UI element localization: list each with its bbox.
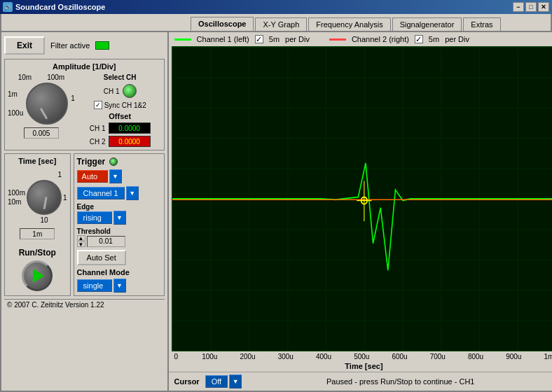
- trigger-title: Trigger: [77, 157, 106, 167]
- tab-extras[interactable]: Extras: [463, 18, 500, 31]
- run-stop-button[interactable]: [22, 260, 53, 291]
- trigger-channel-arrow[interactable]: ▼: [126, 186, 139, 200]
- trigger-channel-dropdown: Channel 1 ▼: [77, 186, 161, 200]
- main-window: Oscilloscope X-Y Graph Frequency Analysi…: [0, 14, 552, 392]
- left-panel: Exit Filter active Amplitude [1/Div] 10m…: [1, 32, 169, 391]
- trigger-header: Trigger: [77, 157, 161, 167]
- x-tick-1m: 1m: [544, 353, 552, 360]
- close-button[interactable]: ✕: [538, 2, 549, 12]
- ch1-per-div-unit: per Div: [285, 35, 310, 43]
- ch1-text-label: CH 1: [104, 88, 120, 95]
- time-label-100m: 100m: [8, 189, 25, 197]
- threshold-down[interactable]: ▼: [77, 241, 85, 247]
- edge-value-button[interactable]: rising: [77, 211, 112, 224]
- app-icon: 🔊: [3, 2, 13, 12]
- time-label-1: 1: [57, 171, 62, 178]
- ch1-line-indicator: [174, 38, 191, 41]
- amp-label-1m: 1m: [8, 90, 23, 98]
- exit-button[interactable]: Exit: [4, 36, 45, 55]
- amplitude-knob[interactable]: [26, 83, 68, 125]
- time-knob[interactable]: [27, 180, 62, 215]
- channel-mode-dropdown: single ▼: [77, 279, 161, 293]
- trigger-led: [109, 158, 118, 166]
- trigger-mode-dropdown: Auto ▼: [77, 169, 161, 183]
- offset-area: Offset CH 1 0.0000 CH 2 0.0000: [90, 112, 151, 147]
- tab-xy-graph[interactable]: X-Y Graph: [255, 18, 307, 31]
- ch1-led: [123, 84, 137, 98]
- tab-frequency-analysis[interactable]: Frequency Analysis: [308, 18, 390, 31]
- ch2-channel-label: Channel 2 (right): [352, 35, 409, 43]
- threshold-title: Threshold: [77, 227, 161, 235]
- channel-mode-arrow[interactable]: ▼: [113, 279, 126, 293]
- tab-oscilloscope[interactable]: Oscilloscope: [191, 17, 254, 31]
- trigger-mode-button[interactable]: Auto: [77, 170, 108, 183]
- channel-mode-value[interactable]: single: [77, 279, 112, 292]
- channel-mode-title: Channel Mode: [77, 268, 161, 276]
- ch1-checkbox[interactable]: ✓: [255, 35, 263, 43]
- run-stop-section: Run/Stop: [8, 248, 67, 291]
- x-tick-600u: 600u: [392, 353, 407, 360]
- offset-title: Offset: [109, 112, 131, 120]
- channel-mode-area: Channel Mode single ▼: [77, 268, 161, 293]
- time-label-1b: 1: [63, 194, 67, 202]
- content-area: Exit Filter active Amplitude [1/Div] 10m…: [1, 31, 551, 391]
- time-trigger-row: Time [sec] 100m 10m 1 10: [4, 153, 165, 296]
- cursor-arrow[interactable]: ▼: [229, 374, 242, 388]
- time-section: Time [sec] 100m 10m 1 10: [4, 153, 71, 296]
- footer: © 2007 C. Zeitnitz Version 1.22: [4, 299, 165, 310]
- right-panel: Channel 1 (left) ✓ 5m per Div Channel 2 …: [169, 32, 552, 391]
- status-text: Paused - press Run/Stop to continue - CH…: [247, 377, 552, 386]
- x-tick-200u: 200u: [240, 353, 255, 360]
- app-title: Soundcard Oszilloscope: [15, 3, 105, 11]
- ch1-offset-value[interactable]: 0.0000: [109, 122, 151, 134]
- auto-set-button[interactable]: Auto Set: [77, 250, 126, 265]
- sync-check-box[interactable]: ✓: [94, 101, 102, 109]
- x-axis-label: Time [sec]: [345, 362, 382, 370]
- minimize-button[interactable]: −: [513, 2, 524, 12]
- tab-signal-generator[interactable]: Signalgenerator: [392, 18, 462, 31]
- trigger-channel-button[interactable]: Channel 1: [77, 187, 125, 200]
- ch1-channel-label: Channel 1 (left): [197, 35, 249, 43]
- ch2-per-div-unit: per Div: [445, 35, 469, 43]
- ch2-checkbox[interactable]: ✓: [415, 35, 423, 43]
- ch1-offset-row: CH 1 0.0000: [90, 122, 151, 134]
- copyright-text: © 2007 C. Zeitnitz Version 1.22: [7, 301, 104, 309]
- time-label-10m: 10m: [8, 198, 25, 206]
- trigger-section: Trigger Auto ▼ Channel 1 ▼ Edge: [74, 153, 165, 296]
- scope-grid: [172, 47, 552, 351]
- ch2-offset-value[interactable]: 0.0000: [109, 136, 151, 147]
- x-tick-700u: 700u: [430, 353, 446, 360]
- play-icon: [33, 269, 44, 283]
- scope-display[interactable]: [172, 46, 552, 351]
- cursor-label: Cursor: [174, 377, 200, 386]
- edge-title: Edge: [77, 203, 161, 211]
- cursor-value-button[interactable]: Off: [205, 375, 228, 388]
- amp-label-100u: 100u: [8, 109, 23, 117]
- time-value[interactable]: 1m: [20, 228, 55, 239]
- x-tick-100u: 100u: [202, 353, 217, 360]
- filter-indicator: [95, 41, 109, 50]
- x-axis-bar: 0 100u 200u 300u 400u 500u 600u 700u 800…: [169, 351, 552, 362]
- title-bar: 🔊 Soundcard Oszilloscope − □ ✕: [0, 0, 552, 14]
- ch1-offset-label: CH 1: [90, 125, 106, 132]
- x-tick-500u: 500u: [354, 353, 369, 360]
- threshold-value[interactable]: 0.01: [87, 236, 125, 247]
- amp-label-10m: 10m: [18, 74, 32, 81]
- time-title: Time [sec]: [8, 157, 67, 165]
- sync-checkbox[interactable]: ✓ Sync CH 1&2: [94, 101, 146, 109]
- amplitude-value[interactable]: 0.005: [24, 127, 59, 139]
- filter-label: Filter active: [50, 41, 90, 50]
- ch2-offset-label: CH 2: [90, 138, 106, 146]
- threshold-up[interactable]: ▲: [77, 235, 85, 241]
- ch2-line-indicator: [329, 38, 346, 41]
- x-tick-300u: 300u: [278, 353, 294, 360]
- trigger-mode-arrow[interactable]: ▼: [109, 169, 122, 183]
- channel-bar: Channel 1 (left) ✓ 5m per Div Channel 2 …: [169, 32, 552, 46]
- edge-dropdown: rising ▼: [77, 211, 161, 225]
- ch2-per-div-value: 5m: [429, 35, 439, 43]
- maximize-button[interactable]: □: [525, 2, 537, 12]
- edge-arrow[interactable]: ▼: [113, 211, 126, 225]
- time-label-10: 10: [40, 216, 48, 224]
- exit-filter-row: Exit Filter active: [4, 35, 165, 56]
- amplitude-section: Amplitude [1/Div] 10m 100m 1m 100u: [4, 59, 165, 150]
